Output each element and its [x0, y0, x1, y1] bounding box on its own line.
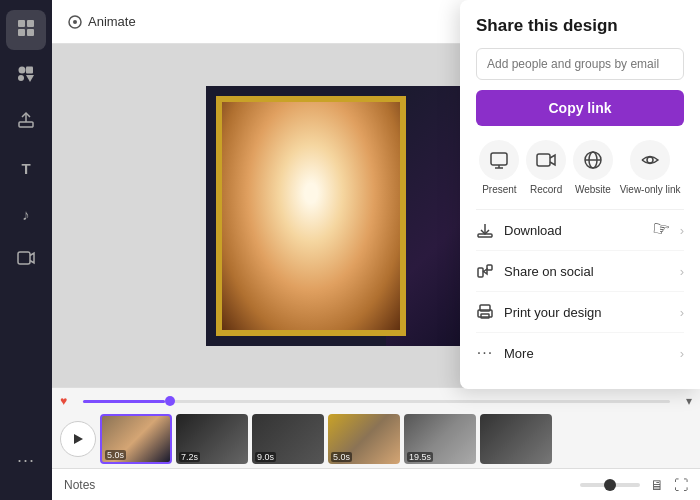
svg-point-20 — [647, 157, 653, 163]
video-icon — [17, 249, 35, 271]
animate-label: Animate — [88, 14, 136, 29]
view-only-icon-item[interactable]: View-only link — [620, 140, 681, 195]
svg-rect-21 — [478, 234, 492, 237]
thumbnail-4[interactable]: 5.0s — [328, 414, 400, 464]
photo-inner — [222, 102, 400, 330]
share-icons-row: Present Record — [476, 140, 684, 195]
sidebar-item-video[interactable] — [6, 240, 46, 280]
thumb-label-5: 19.5s — [407, 452, 433, 462]
animate-icon — [68, 15, 82, 29]
svg-rect-13 — [491, 153, 507, 165]
print-icon — [476, 303, 494, 321]
svg-rect-16 — [537, 154, 550, 166]
download-icon — [476, 221, 494, 239]
thumbnail-5[interactable]: 19.5s — [404, 414, 476, 464]
monitor-icon: 🖥 — [650, 477, 664, 493]
play-button[interactable] — [60, 421, 96, 457]
share-panel: Share this design Copy link Present — [460, 0, 700, 389]
thumb-label-2: 7.2s — [179, 452, 200, 462]
thumbnail-2[interactable]: 7.2s — [176, 414, 248, 464]
svg-rect-23 — [487, 265, 492, 270]
print-chevron: › — [680, 305, 684, 320]
music-icon: ♪ — [22, 206, 30, 223]
thumbnail-6[interactable] — [480, 414, 552, 464]
timeline-bar: ♥ ▾ 5.0s 7.2s 9.0s 5.0s — [52, 387, 700, 468]
svg-point-11 — [73, 20, 77, 24]
view-only-label: View-only link — [620, 184, 681, 195]
notes-label: Notes — [64, 478, 95, 492]
share-social-icon — [476, 262, 494, 280]
website-label: Website — [575, 184, 611, 195]
thumbnails-row: 5.0s 7.2s 9.0s 5.0s 19.5s — [60, 414, 692, 464]
grid-icon — [17, 19, 35, 41]
share-social-label: Share on social — [504, 264, 594, 279]
print-menu-item[interactable]: Print your design › — [476, 292, 684, 333]
svg-rect-3 — [27, 29, 34, 36]
main-area: Animate Alex ♥ ▾ — [52, 0, 700, 500]
sidebar: T ♪ ··· — [0, 0, 52, 500]
share-social-menu-left: Share on social — [476, 262, 594, 280]
svg-rect-7 — [18, 75, 24, 81]
sidebar-item-audio[interactable]: ♪ — [6, 194, 46, 234]
more-menu-item[interactable]: ··· More › — [476, 333, 684, 373]
animate-button[interactable]: Animate — [68, 14, 136, 29]
zoom-slider[interactable] — [580, 483, 640, 487]
download-menu-left: Download — [476, 221, 562, 239]
record-icon-item[interactable]: Record — [526, 140, 566, 195]
present-icon-item[interactable]: Present — [479, 140, 519, 195]
present-label: Present — [482, 184, 516, 195]
download-chevron: › — [680, 223, 684, 238]
svg-marker-6 — [26, 75, 34, 82]
notes-bar: Notes 🖥 ⛶ — [52, 468, 700, 500]
svg-marker-12 — [74, 434, 83, 444]
download-label: Download — [504, 223, 562, 238]
heart-icon: ♥ — [60, 394, 67, 408]
share-menu-items: Download › Share on social › — [476, 209, 684, 373]
share-social-chevron: › — [680, 264, 684, 279]
sidebar-item-text[interactable]: T — [6, 148, 46, 188]
more-chevron: › — [680, 346, 684, 361]
website-icon-item[interactable]: Website — [573, 140, 613, 195]
svg-rect-26 — [481, 314, 489, 318]
sidebar-item-elements[interactable] — [6, 56, 46, 96]
fullscreen-icon[interactable]: ⛶ — [674, 477, 688, 493]
download-menu-item[interactable]: Download › — [476, 210, 684, 251]
svg-rect-1 — [27, 20, 34, 27]
photo-frame — [216, 96, 406, 336]
svg-rect-0 — [18, 20, 25, 27]
thumb-label-1: 5.0s — [105, 450, 126, 460]
elements-icon — [17, 65, 35, 87]
sidebar-item-grid[interactable] — [6, 10, 46, 50]
present-icon — [479, 140, 519, 180]
bottom-right-icons: 🖥 ⛶ — [580, 477, 688, 493]
sidebar-item-uploads[interactable] — [6, 102, 46, 142]
chevron-down-icon[interactable]: ▾ — [686, 394, 692, 408]
more-label: More — [504, 346, 534, 361]
share-title: Share this design — [476, 16, 684, 36]
website-icon — [573, 140, 613, 180]
svg-rect-9 — [18, 252, 30, 264]
print-label: Print your design — [504, 305, 602, 320]
svg-rect-8 — [19, 122, 33, 127]
svg-point-4 — [19, 67, 26, 74]
upload-icon — [17, 111, 35, 133]
print-menu-left: Print your design — [476, 303, 602, 321]
thumbnail-1[interactable]: 5.0s — [100, 414, 172, 464]
record-label: Record — [530, 184, 562, 195]
timeline-controls: ♥ ▾ — [60, 394, 692, 408]
zoom-control — [580, 483, 640, 487]
more-menu-left: ··· More — [476, 344, 534, 362]
view-only-icon — [630, 140, 670, 180]
email-input[interactable] — [476, 48, 684, 80]
sidebar-item-more[interactable]: ··· — [6, 440, 46, 480]
more-dots-icon: ··· — [17, 450, 35, 471]
svg-rect-2 — [18, 29, 25, 36]
copy-link-button[interactable]: Copy link — [476, 90, 684, 126]
share-social-menu-item[interactable]: Share on social › — [476, 251, 684, 292]
thumb-label-4: 5.0s — [331, 452, 352, 462]
thumb-label-3: 9.0s — [255, 452, 276, 462]
svg-rect-22 — [478, 268, 483, 277]
more-dots-menu-icon: ··· — [476, 344, 494, 362]
thumbnail-3[interactable]: 9.0s — [252, 414, 324, 464]
record-icon — [526, 140, 566, 180]
